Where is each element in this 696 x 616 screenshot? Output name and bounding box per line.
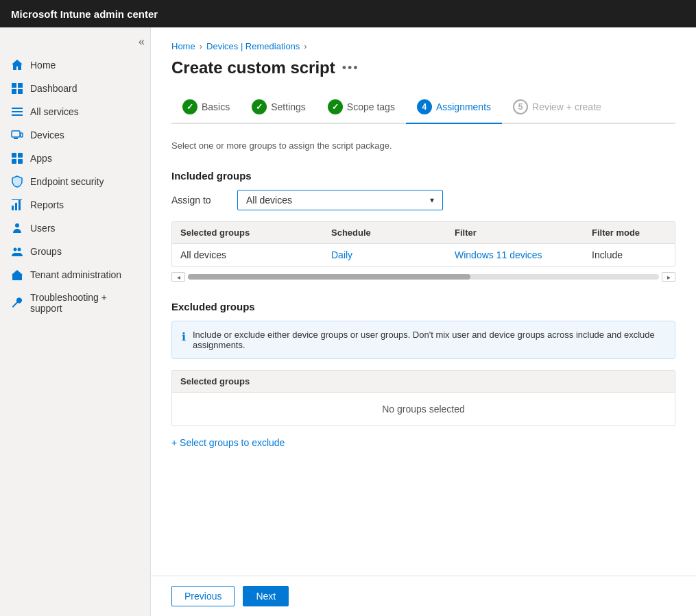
assign-to-dropdown[interactable]: All devices ▾	[237, 190, 443, 210]
sidebar-item-reports[interactable]: Reports	[0, 193, 150, 217]
shield-icon	[11, 175, 23, 188]
wizard-step-assignments[interactable]: 4 Assignments	[406, 94, 502, 124]
sidebar-item-users[interactable]: Users	[0, 217, 150, 240]
wizard-step-settings[interactable]: ✓ Settings	[241, 94, 317, 123]
svg-rect-10	[12, 153, 16, 158]
col-header-groups: Selected groups	[180, 227, 331, 238]
sidebar-item-all-services[interactable]: All services	[0, 100, 150, 123]
groups-icon	[11, 245, 23, 258]
row-group: All devices	[180, 249, 331, 260]
svg-rect-16	[19, 200, 21, 210]
info-icon: ℹ	[182, 330, 186, 343]
col-header-filter: Filter	[455, 227, 592, 238]
excluded-groups-section: Excluded groups ℹ Include or exclude eit…	[171, 301, 675, 448]
sidebar-item-dashboard[interactable]: Dashboard	[0, 77, 150, 100]
sidebar-label-all-services: All services	[30, 106, 79, 117]
svg-rect-12	[12, 159, 16, 164]
app-title: Microsoft Intune admin center	[11, 8, 158, 20]
sidebar-collapse[interactable]: «	[0, 33, 150, 53]
sidebar-label-devices: Devices	[30, 130, 64, 140]
svg-point-19	[14, 248, 17, 251]
sidebar-label-reports: Reports	[30, 199, 64, 210]
previous-button[interactable]: Previous	[171, 586, 235, 606]
svg-rect-0	[12, 83, 16, 88]
footer: Previous Next	[151, 576, 696, 616]
sidebar-label-apps: Apps	[30, 153, 52, 164]
breadcrumb-remediations[interactable]: Devices | Remediations	[206, 41, 300, 51]
tenant-icon	[11, 269, 23, 281]
breadcrumb-home[interactable]: Home	[171, 41, 195, 51]
sidebar-label-troubleshooting: Troubleshooting + support	[30, 292, 139, 314]
sidebar-label-users: Users	[30, 223, 56, 234]
page-title-row: Create custom script •••	[171, 58, 675, 77]
scroll-right-button[interactable]: ▸	[662, 272, 675, 282]
svg-rect-8	[21, 133, 23, 137]
dashboard-icon	[11, 82, 23, 95]
step-label-assignments: Assignments	[436, 101, 491, 112]
breadcrumb: Home › Devices | Remediations ›	[171, 41, 675, 51]
svg-rect-5	[12, 111, 23, 112]
wizard-step-basics[interactable]: ✓ Basics	[171, 94, 241, 123]
svg-rect-9	[14, 138, 18, 139]
sidebar-label-tenant-admin: Tenant administration	[30, 269, 121, 280]
sidebar-item-apps[interactable]: Apps	[0, 147, 150, 170]
step-label-basics: Basics	[202, 101, 230, 112]
more-options-button[interactable]: •••	[342, 61, 359, 75]
services-icon	[11, 106, 23, 118]
home-icon	[11, 59, 23, 71]
sidebar-label-groups: Groups	[30, 246, 62, 257]
svg-rect-21	[12, 274, 22, 280]
sidebar-item-endpoint-security[interactable]: Endpoint security	[0, 170, 150, 193]
step-label-review-create: Review + create	[532, 101, 601, 112]
sidebar-item-home[interactable]: Home	[0, 53, 150, 77]
svg-rect-7	[12, 131, 20, 137]
step-circle-review-create: 5	[513, 99, 528, 114]
excluded-groups-info-box: ℹ Include or exclude either device group…	[171, 321, 675, 359]
next-button[interactable]: Next	[243, 586, 289, 606]
wizard-step-scope-tags[interactable]: ✓ Scope tags	[317, 94, 406, 123]
sidebar-item-devices[interactable]: Devices	[0, 123, 150, 147]
devices-icon	[11, 129, 23, 141]
row-filter[interactable]: Windows 11 devices	[455, 249, 592, 260]
svg-rect-4	[12, 108, 23, 109]
chevron-down-icon: ▾	[430, 195, 434, 205]
apps-icon	[11, 152, 23, 164]
row-schedule[interactable]: Daily	[331, 249, 455, 260]
sidebar-item-groups[interactable]: Groups	[0, 240, 150, 263]
svg-rect-14	[12, 206, 14, 210]
content-area: Home › Devices | Remediations › Create c…	[151, 27, 696, 576]
wizard-steps: ✓ Basics ✓ Settings ✓ Scope tags 4 Assig…	[171, 94, 675, 124]
sidebar-label-endpoint-security: Endpoint security	[30, 176, 104, 187]
scroll-thumb	[188, 274, 470, 280]
step-label-settings: Settings	[271, 101, 306, 112]
scroll-left-button[interactable]: ◂	[171, 272, 185, 282]
breadcrumb-sep2: ›	[304, 41, 307, 51]
step-circle-assignments: 4	[417, 99, 432, 114]
sidebar-item-troubleshooting[interactable]: Troubleshooting + support	[0, 286, 150, 319]
info-message: Include or exclude either device groups …	[193, 330, 665, 350]
scroll-track[interactable]	[188, 274, 659, 280]
included-groups-section: Included groups Assign to All devices ▾ …	[171, 170, 675, 295]
svg-point-18	[15, 223, 19, 227]
assignment-description: Select one or more groups to assign the …	[171, 140, 675, 151]
select-groups-to-exclude-link[interactable]: + Select groups to exclude	[171, 437, 285, 448]
step-circle-scope-tags: ✓	[328, 99, 343, 114]
dropdown-value: All devices	[246, 195, 292, 206]
step-circle-settings: ✓	[252, 99, 267, 114]
excluded-selected-groups-table: Selected groups No groups selected	[171, 370, 675, 426]
svg-rect-11	[18, 153, 23, 158]
excluded-groups-selected-label: Selected groups	[172, 371, 675, 393]
excluded-groups-title: Excluded groups	[171, 301, 675, 312]
svg-rect-2	[12, 89, 16, 94]
collapse-icon[interactable]: «	[139, 36, 145, 48]
included-groups-title: Included groups	[171, 170, 675, 182]
sidebar: « Home Dashboard All services Devices	[0, 27, 151, 616]
users-icon	[11, 222, 23, 234]
horizontal-scrollbar[interactable]: ◂ ▸	[171, 272, 675, 282]
sidebar-item-tenant-admin[interactable]: Tenant administration	[0, 263, 150, 286]
table-header: Selected groups Schedule Filter Filter m…	[172, 222, 675, 244]
col-header-schedule: Schedule	[331, 227, 455, 238]
assign-to-label: Assign to	[171, 195, 226, 206]
svg-point-20	[18, 248, 21, 251]
sidebar-label-dashboard: Dashboard	[30, 83, 77, 94]
